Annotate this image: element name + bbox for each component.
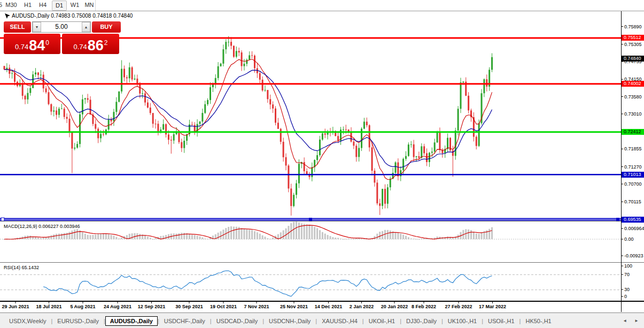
- candlestick: [136, 79, 138, 83]
- candlestick: [416, 156, 417, 157]
- candlestick: [298, 164, 300, 184]
- candlestick: [241, 52, 243, 66]
- candlestick: [168, 134, 169, 140]
- current-price-label: 0.74840: [622, 56, 644, 62]
- line-handle[interactable]: [1, 218, 4, 221]
- candlestick: [460, 82, 462, 109]
- chart-tab-audusd-daily[interactable]: AUDUSD-,Daily: [105, 316, 158, 326]
- chart-tab-usoil-h1[interactable]: USOil-,H1: [483, 317, 519, 325]
- price-axis-label: 0.71855: [624, 146, 642, 152]
- volume-control: ▼ 5.00 ▲: [32, 21, 91, 33]
- chart-tab-usdcnh-daily[interactable]: USDCNH-,Daily: [264, 317, 315, 325]
- price-axis-label: 0.73010: [624, 111, 642, 117]
- macd-axis-label: 0.00: [624, 237, 634, 242]
- macd-histogram-bar: [473, 232, 475, 239]
- date-axis-label: 5 Aug 2021: [70, 304, 95, 309]
- macd-histogram-bar: [37, 238, 39, 239]
- macd-histogram-bar: [476, 233, 477, 239]
- candlestick: [150, 108, 151, 113]
- candlestick: [233, 46, 235, 57]
- macd-histogram-bar: [478, 234, 480, 239]
- date-axis-label: 12 Sep 2021: [138, 304, 166, 309]
- buy-price-tile[interactable]: 0.74862: [62, 34, 119, 54]
- candlestick: [165, 124, 167, 134]
- price-axis-label: 0.75890: [624, 24, 642, 30]
- candlestick: [296, 184, 297, 195]
- candlestick: [353, 142, 354, 146]
- candlestick: [478, 123, 480, 146]
- chart-tab-eurusd-daily[interactable]: EURUSD-,Daily: [52, 317, 104, 325]
- candlestick: [90, 100, 91, 115]
- chart-tab-xauusd-h4[interactable]: XAUUSD-,H4: [317, 317, 362, 325]
- macd-histogram-bar: [204, 239, 206, 239]
- sell-price-tile[interactable]: 0.74840: [4, 34, 60, 54]
- candlestick: [103, 134, 104, 134]
- candlestick: [84, 98, 86, 100]
- candlestick: [123, 69, 125, 78]
- tab-scroll-right[interactable]: ►: [634, 318, 639, 323]
- candlestick: [316, 155, 318, 160]
- candlestick: [402, 159, 404, 170]
- candlestick: [129, 67, 130, 78]
- candlestick: [462, 82, 464, 83]
- candlestick: [32, 74, 34, 88]
- macd-histogram-bar: [100, 234, 102, 239]
- candlestick: [170, 140, 172, 140]
- macd-histogram-bar: [236, 227, 237, 239]
- chart-tab-dj30-daily[interactable]: DJ30-,Daily: [401, 317, 441, 325]
- volume-input[interactable]: 5.00: [41, 22, 82, 32]
- macd-histogram-bar: [95, 234, 96, 239]
- macd-histogram-bar: [108, 234, 110, 239]
- macd-histogram-bar: [66, 233, 68, 239]
- date-axis-label: 25 Nov 2021: [280, 304, 308, 309]
- macd-histogram-bar: [207, 239, 208, 239]
- macd-histogram-bar: [283, 230, 284, 239]
- chart-tab-usdx-weekly[interactable]: USDX,Weekly: [4, 317, 51, 325]
- candlestick: [265, 90, 266, 90]
- line-handle[interactable]: [309, 218, 312, 221]
- macd-label: MACD(12,26,9) 0.006227 0.003946: [4, 224, 80, 229]
- macd-histogram-bar: [228, 227, 229, 239]
- candlestick: [113, 112, 114, 121]
- candlestick: [204, 104, 206, 113]
- volume-decrease-button[interactable]: ▼: [33, 22, 41, 32]
- chart-tab-hk50-h1[interactable]: HK50-,H1: [521, 317, 556, 325]
- chart-tab-ukoil-h1[interactable]: UKOil-,H1: [364, 317, 400, 325]
- candlestick: [358, 148, 360, 157]
- buy-button[interactable]: BUY: [92, 21, 121, 33]
- candlestick: [79, 115, 81, 144]
- macd-histogram-bar: [306, 224, 308, 239]
- chart-tab-usdchf-daily[interactable]: USDCHF-,Daily: [159, 317, 210, 325]
- price-axis-label: 0.73580: [624, 94, 642, 100]
- candlestick: [95, 124, 96, 129]
- candlestick: [64, 109, 65, 117]
- macd-histogram-bar: [285, 228, 287, 239]
- macd-histogram-bar: [374, 236, 375, 239]
- macd-histogram-bar: [76, 229, 78, 239]
- line-handle[interactable]: [616, 218, 619, 221]
- chart-title: AUDUSD-,Daily 0.74983 0.75008 0.74818 0.…: [12, 13, 133, 19]
- candlestick: [11, 73, 13, 74]
- chart-tab-bar: USDX,Weekly|EURUSD-,Daily|AUDUSD-,Daily|…: [0, 312, 644, 328]
- tab-scroll-left[interactable]: ◄: [623, 318, 627, 323]
- date-axis-label: 18 Jul 2021: [36, 304, 61, 309]
- macd-histogram-bar: [361, 239, 362, 239]
- candlestick: [437, 132, 438, 142]
- chart-tab-usdcad-daily[interactable]: USDCAD-,Daily: [212, 317, 263, 325]
- macd-histogram-bar: [379, 232, 381, 239]
- candlestick: [222, 49, 224, 64]
- sell-button[interactable]: SELL: [4, 21, 31, 33]
- chart-tab-uk100-h1[interactable]: UK100-,H1: [443, 317, 482, 325]
- volume-increase-button[interactable]: ▲: [82, 22, 90, 32]
- macd-histogram-bar: [254, 231, 255, 239]
- candlestick: [35, 72, 36, 74]
- macd-histogram-bar: [251, 230, 253, 239]
- candlestick: [410, 144, 412, 145]
- macd-histogram-bar: [314, 227, 315, 239]
- candlestick: [468, 96, 469, 111]
- candlestick: [319, 140, 321, 155]
- candlestick: [100, 134, 102, 138]
- macd-histogram-bar: [319, 230, 321, 239]
- candlestick: [423, 146, 425, 153]
- candlestick: [345, 129, 347, 130]
